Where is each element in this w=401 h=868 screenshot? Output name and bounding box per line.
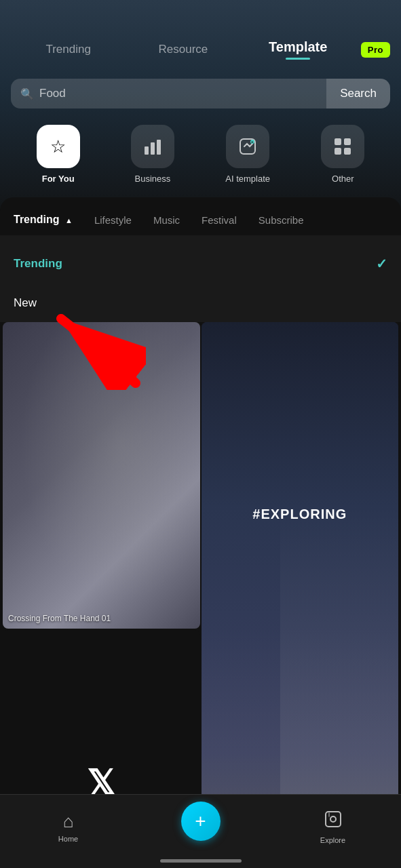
business-label: Business	[135, 174, 171, 184]
svg-rect-11	[326, 812, 341, 827]
search-bar: 🔍 Food Search	[11, 79, 390, 108]
exploring-thumbnail: #EXPLORING OCUS ON.	[202, 322, 399, 868]
nav-item-template[interactable]: Template	[241, 34, 356, 65]
main-panel: Trending ▲ Lifestyle Music Festival Subs…	[0, 197, 401, 868]
category-ai-template[interactable]: + AI template	[225, 125, 270, 184]
svg-rect-0	[145, 146, 149, 155]
template-grid: Crossing From The Hand 01 #EXPLORING OCU…	[0, 322, 401, 868]
categories-row: ☆ For You Business + AI template	[0, 119, 401, 197]
filter-tab-lifestyle[interactable]: Lifestyle	[83, 210, 142, 230]
svg-rect-1	[151, 142, 155, 155]
svg-text:+: +	[251, 140, 254, 144]
business-icon	[131, 125, 174, 168]
svg-rect-6	[335, 138, 341, 145]
crossing-thumbnail	[3, 322, 200, 629]
nav-item-trending[interactable]: Trending	[11, 37, 126, 62]
nav-explore[interactable]: Explore	[309, 810, 357, 844]
search-icon: 🔍	[20, 87, 34, 100]
for-you-label: For You	[42, 174, 75, 184]
dropdown-new[interactable]: New	[0, 284, 401, 322]
svg-rect-2	[157, 140, 161, 155]
create-icon: +	[195, 810, 206, 832]
create-button[interactable]: +	[181, 802, 221, 841]
explore-icon	[324, 810, 343, 833]
explore-label: Explore	[320, 836, 345, 844]
dropdown-trending-label: Trending	[14, 257, 62, 271]
template-crossing[interactable]: Crossing From The Hand 01	[3, 322, 200, 629]
bottom-navigation: ⌂ Home + Explore	[0, 794, 401, 868]
pro-badge[interactable]: Pro	[361, 42, 390, 58]
trending-chevron: ▲	[65, 216, 73, 224]
dropdown-trending[interactable]: Trending ✓	[0, 243, 401, 284]
check-icon: ✓	[376, 256, 387, 272]
other-label: Other	[332, 174, 354, 184]
crossing-label: Crossing From The Hand 01	[8, 614, 195, 623]
nav-item-resource[interactable]: Resource	[126, 37, 240, 62]
category-for-you[interactable]: ☆ For You	[37, 125, 80, 184]
category-business[interactable]: Business	[131, 125, 174, 184]
filter-tab-trending[interactable]: Trending ▲	[11, 210, 83, 230]
home-indicator	[160, 859, 242, 863]
filter-tab-subscribe[interactable]: Subscribe	[248, 210, 315, 230]
svg-rect-7	[344, 138, 351, 145]
nav-home[interactable]: ⌂ Home	[45, 811, 92, 843]
ai-template-label: AI template	[225, 174, 270, 184]
svg-rect-8	[335, 148, 341, 155]
search-button[interactable]: Search	[326, 79, 390, 108]
other-icon	[321, 125, 364, 168]
dropdown-new-label: New	[14, 296, 37, 310]
svg-point-12	[330, 816, 336, 822]
for-you-icon: ☆	[37, 125, 80, 168]
ai-template-icon: +	[226, 125, 269, 168]
search-placeholder-text: Food	[39, 87, 66, 100]
filter-tabs: Trending ▲ Lifestyle Music Festival Subs…	[0, 197, 401, 235]
template-exploring[interactable]: #EXPLORING OCUS ON. Clothing Accessories…	[202, 322, 399, 868]
exploring-overlay-text: #EXPLORING	[202, 507, 399, 522]
top-navigation: Trending Resource Template Pro	[0, 0, 401, 73]
filter-tab-festival[interactable]: Festival	[191, 210, 248, 230]
category-other[interactable]: Other	[321, 125, 364, 184]
search-input-wrap[interactable]: 🔍 Food	[11, 79, 326, 108]
filter-dropdown: Trending ✓ New	[0, 235, 401, 322]
home-icon: ⌂	[63, 811, 74, 832]
svg-rect-9	[344, 148, 351, 155]
home-label: Home	[58, 835, 78, 843]
filter-tab-music[interactable]: Music	[142, 210, 191, 230]
